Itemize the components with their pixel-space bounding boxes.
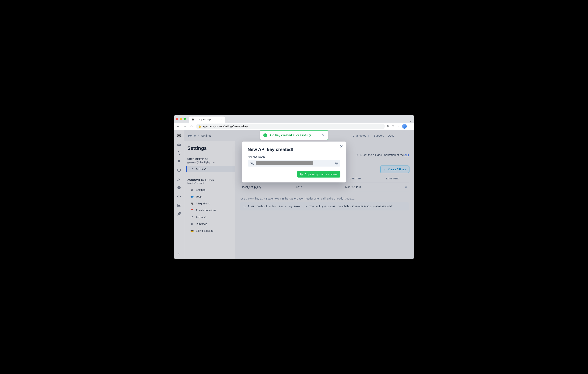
close-tab-icon[interactable]: ✕ [220, 118, 222, 121]
browser-window: 🐼 User | API keys ✕ ＋ ⌄ ← → ⟳ 🔒 app.chec… [174, 115, 414, 259]
reload-button[interactable]: ⟳ [189, 124, 194, 128]
modal-title: New API key created! [248, 147, 340, 152]
close-modal-icon[interactable]: ✕ [340, 144, 343, 149]
close-toast-icon[interactable]: ✕ [322, 133, 325, 137]
lock-icon: 🔒 [198, 125, 201, 128]
kebab-menu-icon[interactable]: ⋮ [409, 125, 412, 128]
back-button[interactable]: ← [176, 125, 180, 128]
redacted-key [256, 161, 313, 165]
copy-icon [300, 173, 303, 176]
tab-list-chevron-icon[interactable]: ⌄ [410, 119, 412, 123]
zoom-icon[interactable]: ⊕ [387, 125, 389, 128]
api-key-box: cu_ [248, 160, 340, 167]
tab-favicon: 🐼 [191, 118, 194, 121]
new-tab-button[interactable]: ＋ [226, 117, 232, 123]
browser-tabbar: 🐼 User | API keys ✕ ＋ ⌄ [174, 115, 414, 123]
minimize-window-button[interactable] [180, 118, 182, 120]
copy-and-close-button[interactable]: Copy to clipboard and close [297, 171, 340, 178]
toast-message: API key created successfully [269, 134, 311, 137]
app-root: 🦝 [174, 130, 414, 259]
success-toast: ✓ API key created successfully ✕ [260, 130, 328, 140]
window-controls [176, 115, 186, 123]
button-label: Copy to clipboard and close [304, 173, 337, 176]
toolbar-right: ⊕ ⇪ ☆ ⋮ [387, 124, 412, 129]
browser-toolbar: ← → ⟳ 🔒 app.checklyhq.com/settings/user/… [174, 123, 414, 130]
check-circle-icon: ✓ [263, 133, 267, 137]
browser-tab[interactable]: 🐼 User | API keys ✕ [189, 117, 225, 123]
share-icon[interactable]: ⇪ [392, 125, 394, 128]
url-text: app.checklyhq.com/settings/user/api-keys [203, 125, 248, 128]
maximize-window-button[interactable] [184, 118, 186, 120]
key-prefix: cu_ [250, 162, 254, 165]
address-bar[interactable]: 🔒 app.checklyhq.com/settings/user/api-ke… [196, 124, 385, 129]
tab-title: User | API keys [196, 118, 211, 121]
forward-button[interactable]: → [182, 125, 187, 128]
bookmark-icon[interactable]: ☆ [397, 125, 399, 128]
close-window-button[interactable] [176, 118, 178, 120]
new-api-key-modal: ✕ New API key created! API KEY NAME cu_ … [242, 141, 346, 182]
profile-avatar[interactable] [402, 124, 407, 129]
copy-icon[interactable] [335, 161, 338, 165]
modal-field-label: API KEY NAME [248, 156, 340, 158]
